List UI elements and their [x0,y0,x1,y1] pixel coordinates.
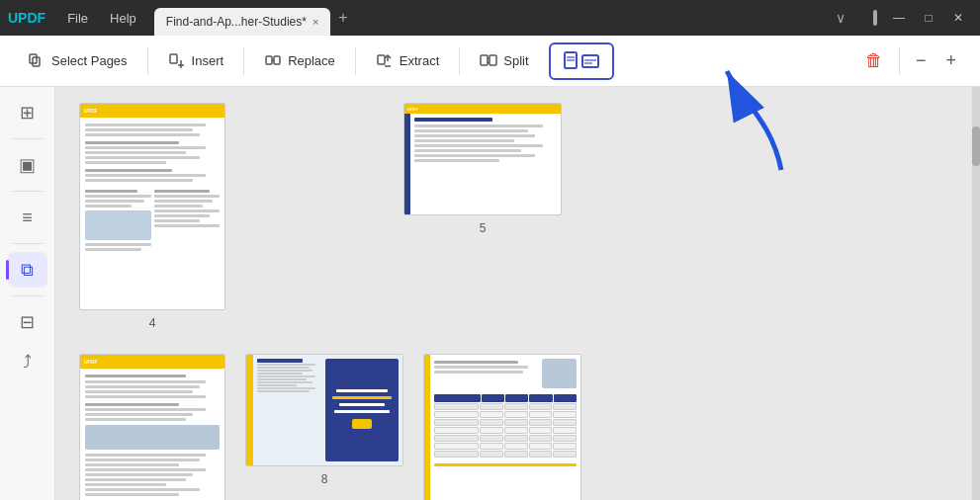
sidebar-item-list[interactable]: ≡ [8,200,47,235]
replace-button[interactable]: Replace [252,46,347,76]
page-number-5: 5 [480,221,487,235]
thumbnail-icon: ⊞ [20,102,35,124]
page-thumb-7[interactable]: UPDF [79,354,225,500]
page-thumb-8[interactable] [245,354,403,466]
page-item-8: 8 [245,354,403,486]
svg-rect-17 [582,55,598,67]
toolbar-right: 🗑 − + [857,46,964,75]
menu-bar: File Help [57,7,146,30]
toolbar: Select Pages Insert Replace Extract [0,36,980,87]
svg-rect-5 [266,56,272,64]
minimize-button[interactable]: — [885,8,913,28]
menu-file[interactable]: File [57,7,98,30]
svg-rect-11 [481,55,488,65]
sep5 [899,47,900,75]
page-thumb-5[interactable]: UPDF [403,103,562,215]
sidebar-divider-2 [13,191,43,192]
organize-icon: ⧉ [21,260,34,281]
page-number-8: 8 [321,472,328,486]
tab-title: Find-and-Ap...her-Studies* [166,15,307,29]
page-row-1: UPDF [79,103,948,330]
sidebar-divider-1 [13,138,43,139]
list-icon: ≡ [22,208,33,228]
page-row-2: UPDF [79,354,948,500]
tab-overflow-button[interactable]: ∨ [836,10,846,26]
page-grid: UPDF [55,87,972,500]
sidebar-divider-3 [13,243,43,244]
svg-rect-12 [490,55,496,65]
app-logo: UPDF [8,10,45,26]
organize-icon [563,50,600,72]
page-item-5: UPDF [403,103,562,235]
page-item-4: UPDF [79,103,225,330]
main-layout: ⊞ ▣ ≡ ⧉ ⊟ ⤴ UPDF [0,87,980,500]
insert-button[interactable]: Insert [156,46,236,76]
sidebar-item-organize[interactable]: ⧉ [8,252,47,288]
zoom-in-button[interactable]: + [937,46,964,75]
titlebar: UPDF File Help Find-and-Ap...her-Studies… [0,0,980,36]
scrollbar[interactable] [972,87,980,500]
tab-close-button[interactable]: × [312,16,318,28]
page-item-7: UPDF [79,354,225,500]
extract-label: Extract [400,53,439,68]
sidebar-item-grid[interactable]: ⊟ [8,304,47,340]
stamp-icon: ▣ [19,154,36,176]
zoom-out-button[interactable]: − [908,46,935,75]
replace-icon [264,52,282,70]
sidebar-item-share[interactable]: ⤴ [8,344,47,379]
insert-label: Insert [192,53,224,68]
sidebar-item-thumbnail[interactable]: ⊞ [8,95,47,130]
split-icon [480,52,497,70]
split-button[interactable]: Split [468,46,540,76]
active-indicator [6,260,9,280]
replace-label: Replace [288,53,335,68]
sidebar: ⊞ ▣ ≡ ⧉ ⊟ ⤴ [0,87,55,500]
svg-rect-8 [378,55,385,64]
page-item-9: 9 [423,354,581,500]
svg-rect-6 [274,56,280,64]
organize-button[interactable] [549,42,614,80]
tab-area: Find-and-Ap...her-Studies* × + [154,4,832,32]
sep2 [243,47,244,75]
delete-button[interactable]: 🗑 [857,46,891,75]
grid-icon: ⊟ [20,311,35,333]
new-tab-button[interactable]: + [330,9,355,27]
menu-help[interactable]: Help [100,7,146,30]
page-thumb-4[interactable]: UPDF [79,103,225,310]
select-pages-label: Select Pages [51,53,128,68]
sidebar-item-stamp[interactable]: ▣ [8,147,47,183]
svg-rect-2 [170,54,177,63]
page-number-4: 4 [149,316,156,330]
sidebar-divider-4 [13,295,43,296]
page-thumb-9[interactable] [423,354,581,500]
close-button[interactable]: ✕ [944,8,972,28]
sep4 [459,47,460,75]
share-icon: ⤴ [23,352,32,373]
extract-icon [376,52,394,70]
select-pages-button[interactable]: Select Pages [16,46,139,76]
active-tab[interactable]: Find-and-Ap...her-Studies* × [154,8,331,36]
sep3 [355,47,356,75]
sep1 [147,47,148,75]
insert-icon [168,52,186,70]
scrollbar-thumb[interactable] [972,126,980,166]
maximize-button[interactable]: □ [915,8,942,28]
extract-button[interactable]: Extract [364,46,451,76]
select-pages-icon [28,52,45,70]
window-controls: — □ ✕ [885,8,972,28]
split-label: Split [503,53,528,68]
